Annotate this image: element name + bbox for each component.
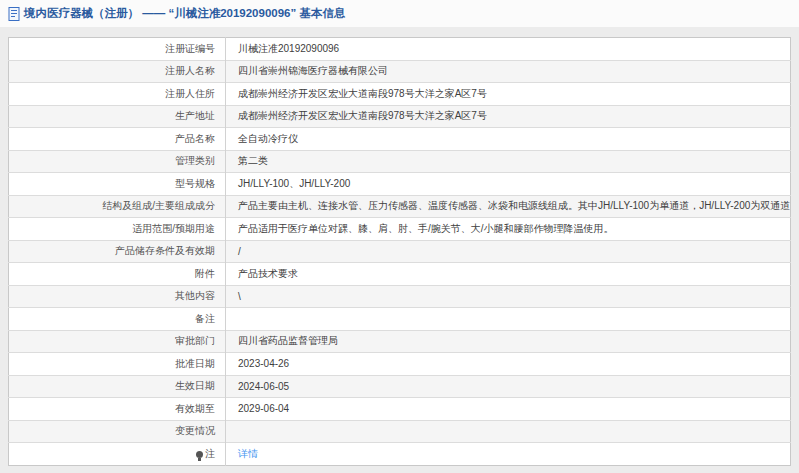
table-row: 产品名称全自动冷疗仪 [9, 128, 791, 151]
row-label: 生产地址 [9, 105, 226, 128]
row-value: 川械注准20192090096 [226, 38, 791, 61]
row-value: 全自动冷疗仪 [226, 128, 791, 151]
page: 境内医疗器械（注册） —— “川械注准20192090096” 基本信息 注册证… [0, 0, 799, 466]
row-label: 注册人住所 [9, 83, 226, 106]
row-value: / [226, 240, 791, 263]
row-label: 附件 [9, 263, 226, 286]
table-row: 有效期至2029-06-04 [9, 398, 791, 421]
table-row: 变更情况 [9, 420, 791, 443]
table-row: 注详情 [9, 443, 791, 466]
table-row: 注册人住所成都崇州经济开发区宏业大道南段978号大洋之家A区7号 [9, 83, 791, 106]
row-value: 2024-06-05 [226, 375, 791, 398]
row-label: 备注 [9, 308, 226, 331]
table-row: 注册人名称四川省崇州锦海医疗器械有限公司 [9, 60, 791, 83]
content-area: 注册证编号川械注准20192090096注册人名称四川省崇州锦海医疗器械有限公司… [0, 27, 799, 466]
row-label: 型号规格 [9, 173, 226, 196]
table-row: 审批部门四川省药品监督管理局 [9, 330, 791, 353]
row-value [226, 420, 791, 443]
row-value: 成都崇州经济开发区宏业大道南段978号大洋之家A区7号 [226, 83, 791, 106]
row-label: 批准日期 [9, 353, 226, 376]
row-value: 产品主要由主机、连接水管、压力传感器、温度传感器、冰袋和电源线组成。其中JH/L… [226, 195, 791, 218]
row-value [226, 308, 791, 331]
row-value: \ [226, 285, 791, 308]
row-label: 有效期至 [9, 398, 226, 421]
row-label: 注 [9, 443, 226, 466]
row-label: 产品名称 [9, 128, 226, 151]
row-value: 产品技术要求 [226, 263, 791, 286]
row-value: 第二类 [226, 150, 791, 173]
row-label: 变更情况 [9, 420, 226, 443]
table-row: 备注 [9, 308, 791, 331]
table-row: 产品储存条件及有效期/ [9, 240, 791, 263]
row-label: 管理类别 [9, 150, 226, 173]
row-label: 审批部门 [9, 330, 226, 353]
row-value: 成都崇州经济开发区宏业大道南段978号大洋之家A区7号 [226, 105, 791, 128]
row-label: 结构及组成/主要组成成分 [9, 195, 226, 218]
page-header: 境内医疗器械（注册） —— “川械注准20192090096” 基本信息 [0, 0, 799, 27]
info-table-body: 注册证编号川械注准20192090096注册人名称四川省崇州锦海医疗器械有限公司… [9, 38, 791, 466]
table-row: 批准日期2023-04-26 [9, 353, 791, 376]
detail-link[interactable]: 详情 [238, 448, 258, 459]
row-label: 其他内容 [9, 285, 226, 308]
row-value: JH/LLY-100、JH/LLY-200 [226, 173, 791, 196]
table-row: 附件产品技术要求 [9, 263, 791, 286]
table-row: 注册证编号川械注准20192090096 [9, 38, 791, 61]
row-label: 产品储存条件及有效期 [9, 240, 226, 263]
row-label: 注册人名称 [9, 60, 226, 83]
page-title: 境内医疗器械（注册） —— “川械注准20192090096” 基本信息 [24, 6, 345, 21]
table-row: 型号规格JH/LLY-100、JH/LLY-200 [9, 173, 791, 196]
note-bulb-icon [196, 451, 203, 458]
row-value: 四川省药品监督管理局 [226, 330, 791, 353]
table-row: 管理类别第二类 [9, 150, 791, 173]
info-table: 注册证编号川械注准20192090096注册人名称四川省崇州锦海医疗器械有限公司… [8, 37, 791, 466]
row-value: 2029-06-04 [226, 398, 791, 421]
table-row: 生效日期2024-06-05 [9, 375, 791, 398]
row-value: 详情 [226, 443, 791, 466]
table-row: 适用范围/预期用途产品适用于医疗单位对踝、膝、肩、肘、手/腕关节、大/小腿和腰部… [9, 218, 791, 241]
row-label: 生效日期 [9, 375, 226, 398]
document-icon [8, 7, 20, 21]
row-label: 注册证编号 [9, 38, 226, 61]
row-value: 产品适用于医疗单位对踝、膝、肩、肘、手/腕关节、大/小腿和腰部作物理降温使用。 [226, 218, 791, 241]
row-value: 2023-04-26 [226, 353, 791, 376]
row-label: 适用范围/预期用途 [9, 218, 226, 241]
table-row: 其他内容\ [9, 285, 791, 308]
table-row: 生产地址成都崇州经济开发区宏业大道南段978号大洋之家A区7号 [9, 105, 791, 128]
table-row: 结构及组成/主要组成成分产品主要由主机、连接水管、压力传感器、温度传感器、冰袋和… [9, 195, 791, 218]
row-value: 四川省崇州锦海医疗器械有限公司 [226, 60, 791, 83]
